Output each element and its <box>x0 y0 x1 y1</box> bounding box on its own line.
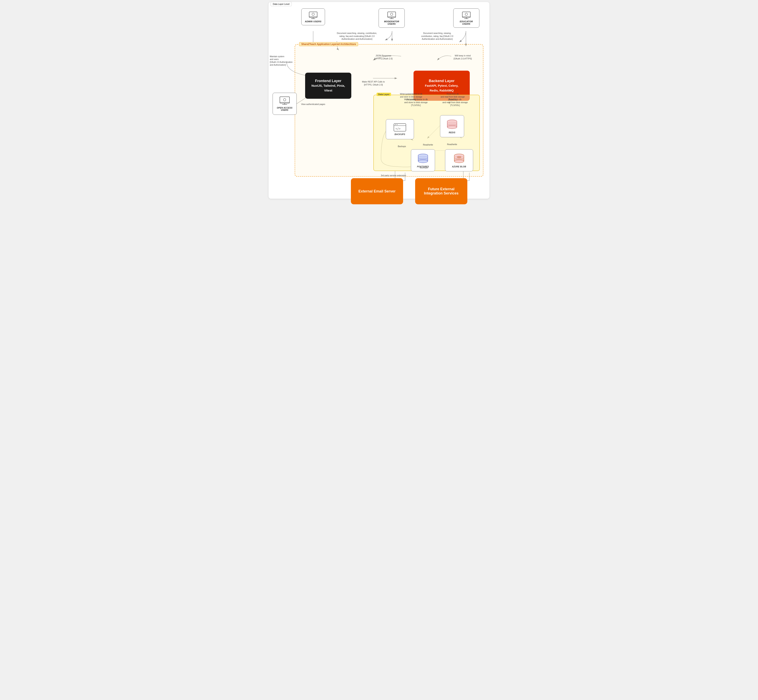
readwrite1-label: Read/write <box>420 143 436 146</box>
third-party-annotation: 3rd party service extension <box>361 174 425 177</box>
redis-db-icon <box>446 119 458 130</box>
data-layer-label: Data Layer <box>377 93 391 96</box>
admin-user-icon <box>308 11 318 19</box>
educator-users-box: EDUCATOR USERS <box>453 8 479 28</box>
azure-blob-db-icon <box>453 153 465 164</box>
write-update-outer: Write/update/delete to dband store to bl… <box>395 93 427 101</box>
json-response-annotation: JSON Response[HTTPS,OAuth 2.0] <box>367 54 400 60</box>
open-access-box: OPEN ACCESS USERS <box>273 93 297 115</box>
external-email-box: External Email Server <box>351 178 403 204</box>
postgres-db-icon <box>417 153 429 164</box>
external-email-label: External Email Server <box>358 189 395 194</box>
educator-label: EDUCATOR USERS <box>457 20 476 25</box>
svg-point-32 <box>395 124 396 125</box>
admin-users-box: ADMIN USERS <box>301 8 325 25</box>
backups-arrow-label: Backups <box>394 145 410 148</box>
svg-point-60 <box>283 98 286 101</box>
azure-blob-box: AZURE BLOB <box>445 149 473 171</box>
share2teach-container: Share2Teach Application Layered Architec… <box>295 44 483 177</box>
svg-point-29 <box>465 13 467 16</box>
frontend-layer-box: Frontend Layer NuxtJS, Tailwind, Pinia, … <box>305 73 351 99</box>
data-layer-container: Data Layer Write/update/delete to dband … <box>374 95 480 171</box>
readwrite2-label: Read/write <box>444 143 460 146</box>
svg-point-33 <box>397 124 397 125</box>
open-access-label: OPEN ACCESS USERS <box>276 107 294 111</box>
badge-label: Data Layer Level <box>270 2 292 6</box>
diagram-wrapper: Data Layer Level <box>269 2 489 199</box>
redis-box: REDIS <box>440 115 464 137</box>
svg-rect-56 <box>280 97 289 103</box>
share2teach-label: Share2Teach Application Layered Architec… <box>299 42 358 46</box>
educator-user-icon <box>461 11 471 19</box>
admin-desc-annotation: Document searching, viewing, contributio… <box>335 32 379 41</box>
future-integration-box: Future External Integration Services <box>415 178 467 204</box>
open-access-icon <box>280 96 290 105</box>
read-from-outer: Read from dband read from blob storage[T… <box>436 93 470 101</box>
will-keep-annotation: Will keep in mind[OAuth 2.0,HTTPS] <box>448 54 478 60</box>
future-integration-label: Future External Integration Services <box>419 187 463 195</box>
azure-blob-label: AZURE BLOB <box>452 166 466 168</box>
backups-box: </> BACKUPS <box>386 119 414 139</box>
moderator-users-box: MODERATOR USERS <box>378 8 405 28</box>
redis-label: REDIS <box>449 131 455 134</box>
backups-icon: </> <box>394 123 406 132</box>
backend-title: Backend Layer FastAPI, Pytest, Celery, R… <box>425 79 458 93</box>
view-auth-annotation: View authenticated pages <box>293 103 325 106</box>
moderator-label: MODERATOR USERS <box>382 20 401 25</box>
svg-point-19 <box>312 13 314 16</box>
rest-api-annotation: Make REST API Calls to[HTTPS, OAuth 2.0] <box>357 80 389 86</box>
maintain-annotation: Maintain systemand users[OAuth 2.0 Authe… <box>270 55 294 66</box>
svg-point-24 <box>391 13 393 16</box>
svg-text:</>: </> <box>395 127 400 130</box>
moderator-user-icon <box>387 11 397 19</box>
educator-desc-annotation: Document searching, viewing, contributio… <box>417 32 457 41</box>
backups-bottom-label: Backups <box>414 166 434 169</box>
admin-label: ADMIN USERS <box>305 20 322 23</box>
backups-label: BACKUPS <box>395 133 405 136</box>
frontend-title: Frontend Layer NuxtJS, Tailwind, Pinia, … <box>310 79 347 93</box>
